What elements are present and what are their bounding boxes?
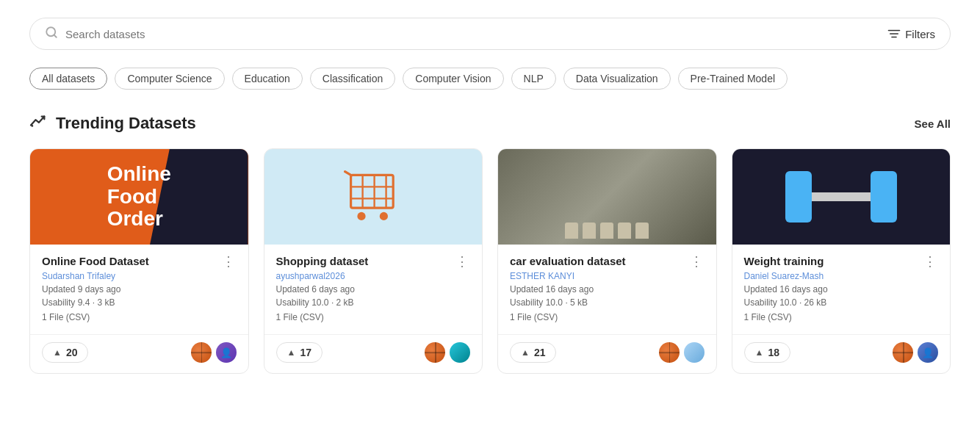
filter-button[interactable]: Filters bbox=[887, 28, 935, 40]
card-files-4: 1 File (CSV) bbox=[744, 312, 939, 322]
vote-button-2[interactable]: ▲ 17 bbox=[276, 342, 323, 363]
vote-arrow-4: ▲ bbox=[755, 347, 764, 358]
avatar-bball-4 bbox=[893, 342, 913, 363]
card-usability-3: Usability 10.0 · 5 kB bbox=[510, 297, 705, 308]
dataset-card-1: OnlineFoodOrder Online Food Dataset ⋮ Su… bbox=[29, 148, 249, 374]
tag-computer-science[interactable]: Computer Science bbox=[115, 68, 224, 90]
avatar-person-3 bbox=[684, 342, 705, 363]
card-avatars-1: 👤 bbox=[191, 342, 237, 363]
see-all-button[interactable]: See All bbox=[915, 117, 951, 130]
section-header: Trending Datasets See All bbox=[29, 113, 951, 134]
more-options-3[interactable]: ⋮ bbox=[688, 255, 705, 268]
search-bar: Filters bbox=[29, 18, 951, 50]
section-title: Trending Datasets bbox=[29, 113, 196, 134]
vote-count-4: 18 bbox=[768, 347, 779, 358]
vote-button-3[interactable]: ▲ 21 bbox=[510, 342, 556, 363]
card-footer-2: ▲ 17 bbox=[264, 334, 483, 373]
tag-all[interactable]: All datasets bbox=[29, 68, 107, 90]
card-files-3: 1 File (CSV) bbox=[510, 312, 705, 322]
tag-education[interactable]: Education bbox=[232, 68, 303, 90]
filter-label: Filters bbox=[905, 28, 935, 40]
card-title-row-1: Online Food Dataset ⋮ bbox=[42, 255, 237, 268]
vote-count-3: 21 bbox=[534, 347, 546, 358]
card-updated-1: Updated 9 days ago bbox=[42, 284, 237, 294]
dataset-card-4: Weight training ⋮ Daniel Suarez-Mash Upd… bbox=[732, 148, 951, 374]
card-body-1: Online Food Dataset ⋮ Sudarshan Trifaley… bbox=[30, 245, 248, 330]
avatar-person-4: 👤 bbox=[918, 342, 938, 363]
trending-icon bbox=[29, 113, 48, 134]
vote-count-1: 20 bbox=[66, 347, 78, 358]
svg-line-14 bbox=[345, 172, 350, 176]
card-author-4[interactable]: Daniel Suarez-Mash bbox=[744, 271, 939, 281]
car-seats bbox=[565, 223, 649, 239]
card-image-1: OnlineFoodOrder bbox=[30, 149, 248, 245]
tag-data-visualization[interactable]: Data Visualization bbox=[563, 68, 671, 90]
dumbbell-graphic bbox=[785, 171, 897, 223]
more-options-2[interactable]: ⋮ bbox=[454, 255, 470, 268]
search-icon bbox=[45, 26, 58, 42]
card-files-2: 1 File (CSV) bbox=[276, 312, 471, 322]
card-body-2: Shopping dataset ⋮ ayushparwal2026 Updat… bbox=[264, 245, 483, 330]
db-weight-left bbox=[785, 171, 812, 223]
category-tags: All datasets Computer Science Education … bbox=[29, 68, 951, 90]
card-image-2 bbox=[264, 149, 483, 245]
avatar-person-2 bbox=[450, 342, 470, 363]
card-footer-1: ▲ 20 👤 bbox=[30, 334, 248, 373]
card-title-row-4: Weight training ⋮ bbox=[744, 255, 939, 268]
tag-pre-trained-model[interactable]: Pre-Trained Model bbox=[678, 68, 788, 90]
svg-point-5 bbox=[31, 125, 33, 127]
card-author-2[interactable]: ayushparwal2026 bbox=[276, 271, 471, 281]
card-updated-4: Updated 16 days ago bbox=[744, 284, 939, 294]
avatar-bball-2 bbox=[425, 342, 445, 363]
vote-button-1[interactable]: ▲ 20 bbox=[42, 342, 88, 363]
avatar-bball-3 bbox=[659, 342, 680, 363]
car-seat-5 bbox=[635, 223, 649, 239]
vote-arrow-1: ▲ bbox=[53, 347, 62, 358]
car-seat-4 bbox=[618, 223, 631, 239]
avatar-person-1: 👤 bbox=[216, 342, 237, 363]
card-footer-4: ▲ 18 👤 bbox=[732, 334, 951, 373]
vote-arrow-2: ▲ bbox=[287, 347, 296, 358]
card-image-4 bbox=[732, 149, 951, 245]
card-updated-3: Updated 16 days ago bbox=[510, 284, 705, 294]
card-usability-1: Usability 9.4 · 3 kB bbox=[42, 297, 237, 308]
card-image-3 bbox=[498, 149, 716, 245]
card-avatars-4: 👤 bbox=[893, 342, 938, 363]
trending-title: Trending Datasets bbox=[56, 114, 196, 133]
car-interior bbox=[498, 149, 716, 245]
avatar-bball-1 bbox=[191, 342, 212, 363]
more-options-1[interactable]: ⋮ bbox=[220, 255, 237, 268]
card-updated-2: Updated 6 days ago bbox=[276, 284, 471, 294]
tag-computer-vision[interactable]: Computer Vision bbox=[403, 68, 503, 90]
car-seat-1 bbox=[565, 223, 578, 239]
tag-classification[interactable]: Classification bbox=[310, 68, 395, 90]
card-image-text-1: OnlineFoodOrder bbox=[96, 151, 183, 242]
card-title-3: car evaluation dataset bbox=[510, 255, 626, 267]
more-options-4[interactable]: ⋮ bbox=[922, 255, 938, 268]
cart-svg bbox=[344, 167, 403, 226]
vote-arrow-3: ▲ bbox=[521, 347, 530, 358]
card-title-row-3: car evaluation dataset ⋮ bbox=[510, 255, 705, 268]
search-input[interactable] bbox=[65, 28, 887, 40]
card-footer-3: ▲ 21 bbox=[498, 334, 716, 373]
tag-nlp[interactable]: NLP bbox=[511, 68, 556, 90]
card-body-4: Weight training ⋮ Daniel Suarez-Mash Upd… bbox=[732, 245, 951, 330]
card-usability-4: Usability 10.0 · 26 kB bbox=[744, 297, 939, 308]
search-left bbox=[45, 26, 887, 42]
car-seat-3 bbox=[600, 223, 613, 239]
dataset-card-2: Shopping dataset ⋮ ayushparwal2026 Updat… bbox=[264, 148, 483, 374]
card-author-1[interactable]: Sudarshan Trifaley bbox=[42, 271, 237, 281]
vote-button-4[interactable]: ▲ 18 bbox=[744, 342, 790, 363]
card-usability-2: Usability 10.0 · 2 kB bbox=[276, 297, 471, 308]
svg-point-12 bbox=[357, 212, 365, 220]
card-title-1: Online Food Dataset bbox=[42, 255, 149, 267]
vote-count-2: 17 bbox=[300, 347, 311, 358]
cards-grid: OnlineFoodOrder Online Food Dataset ⋮ Su… bbox=[29, 148, 951, 374]
card-title-2: Shopping dataset bbox=[276, 255, 369, 267]
card-body-3: car evaluation dataset ⋮ ESTHER KANYI Up… bbox=[498, 245, 716, 330]
card-title-4: Weight training bbox=[744, 255, 824, 267]
card-author-3[interactable]: ESTHER KANYI bbox=[510, 271, 705, 281]
car-seat-2 bbox=[583, 223, 596, 239]
card-files-1: 1 File (CSV) bbox=[42, 312, 237, 322]
card-avatars-3 bbox=[659, 342, 705, 363]
